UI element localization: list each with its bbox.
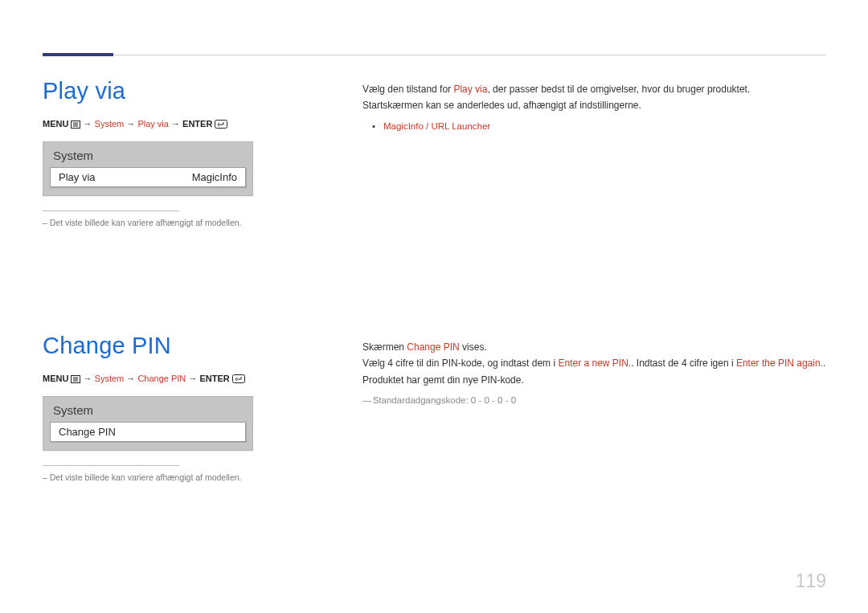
enter-icon <box>232 374 245 383</box>
note-divider <box>43 210 179 211</box>
osd-header: System <box>43 142 252 167</box>
divider-top <box>43 55 826 55</box>
osd-row-play-via[interactable]: Play via MagicInfo <box>50 167 246 187</box>
osd-row-label: Change PIN <box>59 426 116 438</box>
heading-change-pin: Change PIN <box>43 333 308 359</box>
breadcrumb-play-via: MENU → System → Play via → ENTER <box>43 119 308 129</box>
osd-row-change-pin[interactable]: Change PIN <box>50 422 246 442</box>
enter-icon <box>215 119 227 129</box>
menu-icon <box>71 374 83 383</box>
osd-panel-play-via: System Play via MagicInfo <box>43 141 253 196</box>
body-change-pin: Skærmen Change PIN vises. Vælg 4 cifre t… <box>362 339 829 409</box>
heading-play-via: Play via <box>43 78 308 104</box>
body-play-via: Vælg den tilstand for Play via, der pass… <box>362 81 829 134</box>
nav-menu-label: MENU <box>43 119 68 129</box>
divider-accent <box>43 53 113 56</box>
osd-header: System <box>43 397 252 422</box>
menu-icon <box>71 119 83 129</box>
osd-row-value: MagicInfo <box>192 171 237 183</box>
bullet-magicinfo: MagicInfo / URL Launcher <box>383 119 829 135</box>
page-number: 119 <box>796 570 826 592</box>
note-play-via: – Det viste billede kan variere afhængig… <box>43 218 308 227</box>
note-divider <box>43 465 179 466</box>
nav-menu-label: MENU <box>43 374 68 383</box>
breadcrumb-change-pin: MENU → System → Change PIN → ENTER <box>43 374 308 383</box>
osd-panel-change-pin: System Change PIN <box>43 396 253 451</box>
note-change-pin: – Det viste billede kan variere afhængig… <box>43 472 308 482</box>
default-pin-note: Standardadgangskode: 0 - 0 - 0 - 0 <box>362 393 829 409</box>
osd-row-label: Play via <box>59 171 96 183</box>
